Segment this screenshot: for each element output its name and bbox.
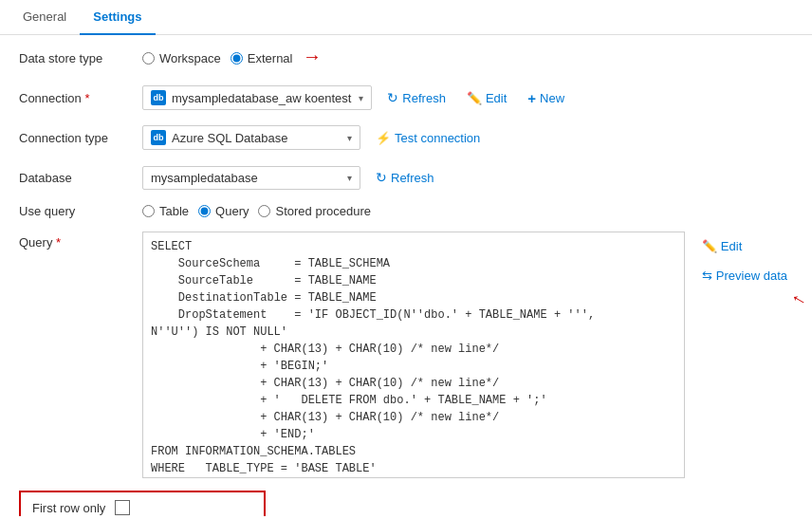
database-row: Database mysampledatabase ▾ ↻ Refresh bbox=[19, 164, 793, 191]
database-chevron: ▾ bbox=[347, 173, 352, 183]
use-query-row: Use query Table Query Stored procedure bbox=[19, 204, 793, 218]
database-value: mysampledatabase bbox=[151, 171, 258, 185]
table-radio-label: Table bbox=[159, 204, 189, 218]
query-side-buttons: ✏️ Edit ⇆ Preview data ↑ bbox=[696, 232, 793, 481]
query-edit-button[interactable]: ✏️ Edit bbox=[696, 235, 747, 257]
query-required-star: * bbox=[56, 235, 61, 250]
database-label: Database bbox=[19, 171, 142, 185]
plus-icon: + bbox=[527, 90, 536, 106]
database-controls: mysampledatabase ▾ ↻ Refresh bbox=[142, 166, 440, 190]
workspace-label: Workspace bbox=[159, 51, 221, 65]
connection-required-star: * bbox=[84, 91, 89, 105]
preview-data-icon: ⇆ bbox=[702, 269, 712, 283]
connection-new-button[interactable]: + New bbox=[522, 86, 570, 110]
query-field-label: Query * bbox=[19, 232, 142, 481]
connection-controls: db mysampledatabase_aw koentest ▾ ↻ Refr… bbox=[142, 85, 570, 110]
data-store-type-controls: Workspace External → bbox=[142, 47, 322, 69]
query-editor[interactable]: SELECT SourceSchema = TABLE_SCHEMA Sourc… bbox=[142, 232, 685, 478]
table-radio[interactable] bbox=[142, 205, 155, 217]
settings-panel: General Settings Data store type Workspa… bbox=[0, 0, 812, 516]
stored-procedure-radio-item[interactable]: Stored procedure bbox=[258, 204, 370, 218]
connection-chevron-icon: ▾ bbox=[359, 93, 363, 103]
refresh-icon: ↻ bbox=[387, 90, 398, 105]
external-radio-item[interactable]: External bbox=[231, 51, 293, 65]
database-refresh-icon: ↻ bbox=[376, 170, 387, 185]
connection-dropdown[interactable]: db mysampledatabase_aw koentest ▾ bbox=[142, 85, 372, 110]
preview-data-button[interactable]: ⇆ Preview data bbox=[696, 265, 793, 287]
stored-procedure-radio[interactable] bbox=[258, 205, 270, 217]
connection-type-controls: db Azure SQL Database ▾ ⚡ Test connectio… bbox=[142, 125, 486, 150]
first-row-only-label: First row only bbox=[32, 501, 105, 515]
use-query-controls: Table Query Stored procedure bbox=[142, 204, 371, 218]
tab-settings[interactable]: Settings bbox=[80, 0, 155, 35]
connection-type-icon: db bbox=[151, 130, 166, 145]
connection-label: Connection * bbox=[19, 91, 142, 105]
preview-data-arrow: ↑ bbox=[786, 289, 810, 308]
workspace-radio[interactable] bbox=[142, 52, 155, 65]
query-radio-item[interactable]: Query bbox=[198, 204, 249, 218]
query-section: Query * SELECT SourceSchema = TABLE_SCHE… bbox=[19, 232, 793, 481]
query-radio-label: Query bbox=[215, 204, 249, 218]
tab-general[interactable]: General bbox=[9, 0, 80, 35]
first-row-only-section: First row only bbox=[19, 491, 266, 516]
table-radio-item[interactable]: Table bbox=[142, 204, 189, 218]
connection-type-value: Azure SQL Database bbox=[172, 131, 287, 145]
connection-edit-button[interactable]: ✏️ Edit bbox=[461, 87, 512, 109]
query-radio[interactable] bbox=[198, 205, 211, 217]
database-refresh-button[interactable]: ↻ Refresh bbox=[370, 166, 440, 189]
use-query-label: Use query bbox=[19, 204, 142, 218]
connection-type-dropdown[interactable]: db Azure SQL Database ▾ bbox=[142, 125, 360, 150]
connection-refresh-button[interactable]: ↻ Refresh bbox=[381, 86, 452, 109]
connection-type-row: Connection type db Azure SQL Database ▾ … bbox=[19, 124, 793, 151]
first-row-only-checkbox[interactable] bbox=[115, 500, 130, 515]
query-editor-wrapper: SELECT SourceSchema = TABLE_SCHEMA Sourc… bbox=[142, 232, 685, 481]
data-store-type-row: Data store type Workspace External → bbox=[19, 45, 793, 71]
external-label: External bbox=[248, 51, 293, 65]
settings-content: Data store type Workspace External → Con bbox=[0, 35, 812, 516]
connection-type-chevron: ▾ bbox=[347, 133, 352, 143]
database-dropdown[interactable]: mysampledatabase ▾ bbox=[142, 166, 360, 190]
workspace-radio-item[interactable]: Workspace bbox=[142, 51, 221, 65]
query-edit-icon: ✏️ bbox=[702, 239, 717, 253]
connection-dropdown-value: mysampledatabase_aw koentest bbox=[172, 91, 351, 105]
connection-type-label: Connection type bbox=[19, 131, 142, 145]
external-radio[interactable] bbox=[231, 52, 243, 65]
tab-bar: General Settings bbox=[0, 0, 812, 35]
test-connection-icon: ⚡ bbox=[376, 131, 391, 145]
stored-procedure-label: Stored procedure bbox=[275, 204, 370, 218]
external-arrow-annotation: → bbox=[303, 47, 322, 69]
connection-row: Connection * db mysampledatabase_aw koen… bbox=[19, 84, 793, 111]
connection-dropdown-icon: db bbox=[151, 90, 166, 105]
first-row-only-row: First row only bbox=[19, 491, 793, 516]
test-connection-button[interactable]: ⚡ Test connection bbox=[370, 127, 486, 149]
data-store-type-label: Data store type bbox=[19, 51, 142, 65]
edit-pencil-icon: ✏️ bbox=[467, 91, 482, 105]
